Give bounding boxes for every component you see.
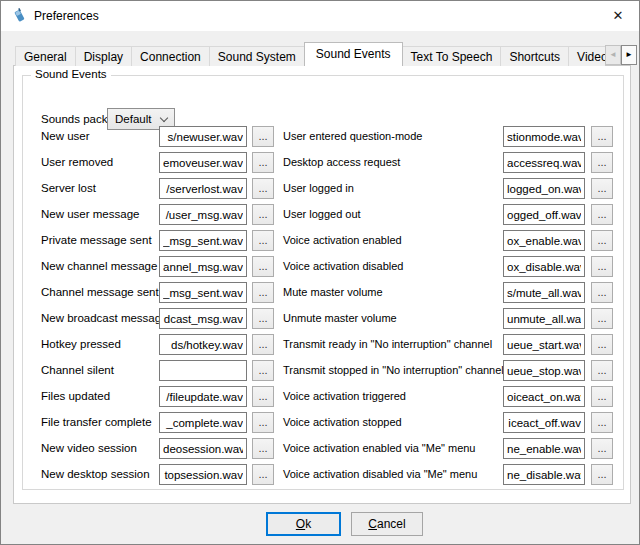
browse-button[interactable]: ...	[252, 282, 274, 303]
sound-event-label: User logged out	[283, 208, 361, 220]
sound-event-row: Channel silent...	[41, 360, 274, 381]
browse-button[interactable]: ...	[591, 438, 613, 459]
sound-file-input[interactable]	[503, 412, 585, 433]
sound-event-row: User logged out...	[283, 204, 613, 225]
sound-file-input[interactable]	[159, 178, 247, 199]
browse-button[interactable]: ...	[252, 308, 274, 329]
browse-button[interactable]: ...	[252, 152, 274, 173]
sound-file-input[interactable]	[503, 334, 585, 355]
sound-event-label: Voice activation enabled via "Me" menu	[283, 442, 475, 454]
browse-button[interactable]: ...	[252, 360, 274, 381]
sound-file-input[interactable]	[159, 464, 247, 485]
browse-button[interactable]: ...	[591, 360, 613, 381]
sound-event-label: Unmute master volume	[283, 312, 397, 324]
tab-video[interactable]: Video	[568, 46, 605, 66]
sound-file-input[interactable]	[159, 152, 247, 173]
sound-file-input[interactable]	[159, 230, 247, 251]
sound-file-input[interactable]	[159, 282, 247, 303]
tab-shortcuts[interactable]: Shortcuts	[500, 46, 569, 66]
sound-event-row: Server lost...	[41, 178, 274, 199]
sound-file-input[interactable]	[159, 256, 247, 277]
tab-connection[interactable]: Connection	[131, 46, 210, 66]
tab-display[interactable]: Display	[75, 46, 132, 66]
sound-file-input[interactable]	[503, 204, 585, 225]
groupbox-title: Sound Events	[31, 68, 111, 80]
sound-file-input[interactable]	[159, 386, 247, 407]
sound-file-input[interactable]	[159, 126, 247, 147]
browse-button[interactable]: ...	[591, 178, 613, 199]
sound-event-label: Hotkey pressed	[41, 338, 121, 350]
sound-file-input[interactable]	[159, 308, 247, 329]
sound-event-row: Private message sent...	[41, 230, 274, 251]
sound-file-input[interactable]	[503, 230, 585, 251]
sound-file-input[interactable]	[159, 412, 247, 433]
browse-button[interactable]: ...	[591, 334, 613, 355]
sound-events-tab-page: Sound Events Sounds pack Default New use…	[13, 65, 631, 504]
sound-file-input[interactable]	[503, 126, 585, 147]
tab-scroll-left-button[interactable]: ◄	[605, 45, 621, 65]
browse-button[interactable]: ...	[591, 412, 613, 433]
browse-button[interactable]: ...	[591, 308, 613, 329]
sound-file-input[interactable]	[503, 282, 585, 303]
browse-button[interactable]: ...	[591, 282, 613, 303]
sound-event-label: Mute master volume	[283, 286, 383, 298]
sound-event-label: User logged in	[283, 182, 354, 194]
ok-button[interactable]: Ok	[266, 512, 341, 536]
sound-file-input[interactable]	[503, 152, 585, 173]
browse-button[interactable]: ...	[591, 126, 613, 147]
browse-button[interactable]: ...	[591, 386, 613, 407]
browse-button[interactable]: ...	[252, 334, 274, 355]
sound-event-label: New video session	[41, 442, 137, 454]
sound-event-label: New user message	[41, 208, 139, 220]
browse-button[interactable]: ...	[252, 412, 274, 433]
sound-file-input[interactable]	[503, 438, 585, 459]
browse-button[interactable]: ...	[252, 386, 274, 407]
sound-file-input[interactable]	[159, 204, 247, 225]
tab-scroll-right-button[interactable]: ►	[621, 45, 637, 65]
browse-button[interactable]: ...	[252, 178, 274, 199]
tab-sound-events[interactable]: Sound Events	[304, 42, 403, 66]
sound-file-input[interactable]	[159, 334, 247, 355]
app-icon	[11, 8, 27, 24]
sound-event-row: Transmit stopped in "No interruption" ch…	[283, 360, 613, 381]
sound-file-input[interactable]	[503, 464, 585, 485]
sound-file-input[interactable]	[503, 386, 585, 407]
sound-file-input[interactable]	[503, 308, 585, 329]
sound-event-label: File transfer complete	[41, 416, 152, 428]
sound-event-row: New video session...	[41, 438, 274, 459]
sound-event-row: Desktop access request...	[283, 152, 613, 173]
sound-event-row: Voice activation enabled...	[283, 230, 613, 251]
browse-button[interactable]: ...	[591, 152, 613, 173]
sound-file-input[interactable]	[159, 360, 247, 381]
browse-button[interactable]: ...	[252, 204, 274, 225]
browse-button[interactable]: ...	[252, 256, 274, 277]
sound-event-row: Transmit ready in "No interruption" chan…	[283, 334, 613, 355]
tab-general[interactable]: General	[15, 46, 76, 66]
sound-event-label: Channel message sent	[41, 286, 159, 298]
browse-button[interactable]: ...	[252, 126, 274, 147]
sound-event-label: Files updated	[41, 390, 110, 402]
tab-text-to-speech[interactable]: Text To Speech	[402, 46, 502, 66]
browse-button[interactable]: ...	[252, 230, 274, 251]
chevron-down-icon	[160, 114, 168, 122]
sound-file-input[interactable]	[503, 178, 585, 199]
sound-event-row: Hotkey pressed...	[41, 334, 274, 355]
browse-button[interactable]: ...	[591, 256, 613, 277]
window-title: Preferences	[34, 9, 99, 23]
sound-event-label: Voice activation disabled	[283, 260, 403, 272]
sound-event-row: User entered question-mode...	[283, 126, 613, 147]
sound-file-input[interactable]	[503, 256, 585, 277]
close-icon[interactable]: ✕	[607, 7, 629, 25]
sound-file-input[interactable]	[159, 438, 247, 459]
browse-button[interactable]: ...	[252, 464, 274, 485]
sound-file-input[interactable]	[503, 360, 585, 381]
sound-event-label: Channel silent	[41, 364, 114, 376]
browse-button[interactable]: ...	[591, 204, 613, 225]
sound-event-label: New channel message	[41, 260, 157, 272]
sound-event-label: Private message sent	[41, 234, 152, 246]
browse-button[interactable]: ...	[252, 438, 274, 459]
cancel-button[interactable]: Cancel	[351, 512, 423, 536]
browse-button[interactable]: ...	[591, 464, 613, 485]
browse-button[interactable]: ...	[591, 230, 613, 251]
tab-sound-system[interactable]: Sound System	[209, 46, 305, 66]
